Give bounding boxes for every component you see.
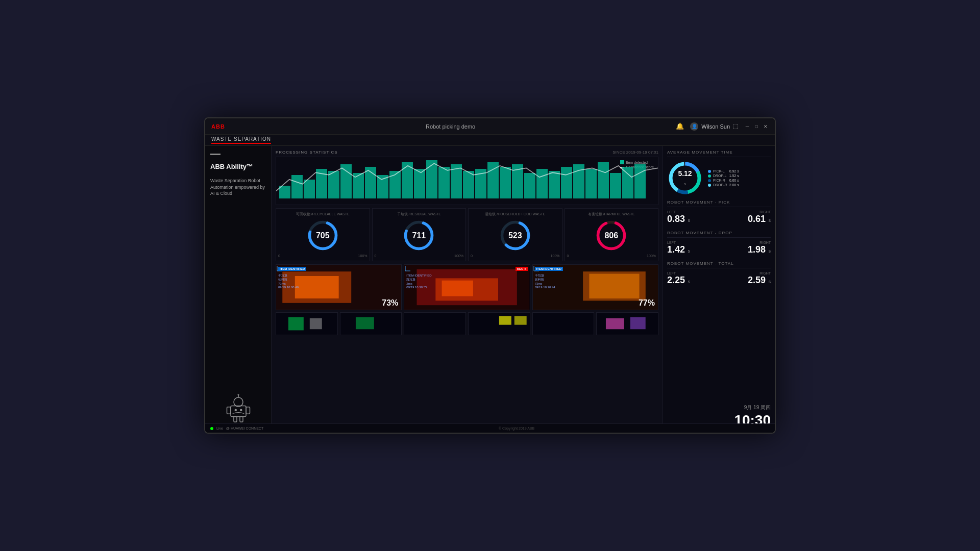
chart-bar (353, 173, 364, 198)
abb-logo: ABB (211, 123, 225, 130)
chart-bar (549, 171, 560, 198)
title-bar-left: ABB (211, 123, 225, 130)
waste-card-harmful: 有害垃圾 /HARMFUL WASTE 806 0100% (565, 208, 659, 261)
svg-rect-36 (514, 316, 527, 324)
avg-movement-content: 5.12 s PICK-L 0.92 s DROP-L (667, 160, 771, 196)
food-title: 湿垃圾 /HOUSEHOLD FOOD WASTE (471, 212, 560, 217)
residual-title: 干垃圾 /RESIDUAL WASTE (375, 212, 464, 217)
total-right-unit: s (769, 279, 771, 284)
sub-nav-bar: WASTE SEPARATION (205, 135, 775, 146)
donut-chart: 5.12 s (667, 160, 703, 196)
thumbnail-5 (532, 312, 595, 335)
recyclable-title: 可回收物 /RECYCLABLE WASTE (278, 212, 368, 217)
camera-info-2: ITEM IDENTIFIED湿垃圾2ms09/19 10:30:55 (406, 274, 431, 290)
event-label: @ HUAWEI CONNECT (226, 427, 263, 430)
drop-r-label: DROP-R (713, 183, 727, 187)
user-avatar-icon: 👤 (690, 122, 698, 131)
total-left-value: 2.25 (667, 275, 685, 285)
camera-badge-2-rec: REC ● (516, 267, 528, 271)
robot-waste-icon (223, 394, 254, 425)
total-left-unit: s (688, 279, 691, 284)
close-button[interactable]: ✕ (763, 123, 769, 130)
app-title: Robot picking demo (426, 123, 475, 130)
logout-icon[interactable]: ⬚ (733, 123, 738, 130)
center-content: PROCESSING STATISTICS SINCE 2019-09-19 0… (272, 146, 663, 433)
robot-total-right: RIGHT 2.59 s (748, 271, 771, 286)
sidebar-accent (210, 154, 220, 155)
live-label: Live (216, 427, 223, 430)
robot-pick-row: LEFT 0.83 s RIGHT 0.61 s (667, 210, 771, 224)
camera-percentage-3: 77% (639, 298, 655, 308)
svg-rect-33 (404, 313, 465, 335)
title-bar-right: 🔔 👤 Wilson Sun ⬚ ─ □ ✕ (676, 122, 769, 131)
drop-r-dot (708, 184, 711, 187)
robot-drop-row: LEFT 1.42 s RIGHT 1.98 s (667, 241, 771, 255)
svg-point-2 (237, 394, 239, 395)
chart-bar (451, 164, 462, 198)
bell-icon[interactable]: 🔔 (676, 122, 684, 130)
harmful-title: 有害垃圾 /HARMFUL WASTE (567, 212, 656, 217)
drop-r-value: 2.08 s (729, 183, 739, 187)
camera-percentage-1: 73% (382, 298, 398, 308)
thumbnail-2 (340, 312, 402, 335)
drop-l-value: 1.52 s (729, 174, 739, 178)
chart-bar (365, 167, 376, 199)
chart-bar (316, 169, 327, 198)
avg-movement-title: AVERAGE MOVEMENT TIME (667, 150, 771, 157)
chart-bar (389, 171, 401, 198)
drop-left-unit: s (688, 248, 691, 254)
chart-bar (340, 164, 352, 198)
robot-drop-section: ROBOT MOVEMENT - DROP LEFT 1.42 s RIGHT … (667, 231, 771, 255)
donut-unit: s (684, 182, 686, 186)
legend-drop-r: DROP-R 2.08 s (708, 183, 739, 187)
sidebar: ABB Ability™ Waste Separation Robot Auto… (205, 146, 272, 433)
svg-rect-40 (630, 317, 646, 330)
thumbnail-6 (596, 312, 658, 335)
svg-point-0 (234, 397, 243, 407)
robot-drop-right: RIGHT 1.98 s (748, 241, 771, 255)
donut-center: 5.12 s (676, 169, 694, 187)
robot-total-title: ROBOT MOVEMENT - TOTAL (667, 261, 771, 268)
camera-feed-2: REC ● ITEM IDENTIFIED湿垃圾2ms09/19 10:30:5… (404, 264, 530, 310)
camera-info-3: 干垃圾饮料瓶73ms09/19 10:30:44 (535, 274, 555, 290)
main-content: ABB Ability™ Waste Separation Robot Auto… (205, 146, 775, 433)
chart-bar (524, 173, 535, 198)
svg-rect-30 (310, 318, 322, 330)
svg-point-9 (240, 409, 242, 412)
waste-card-recyclable: 可回收物 /RECYCLABLE WASTE 705 0100% (276, 208, 370, 261)
pick-r-label: PICK-R (713, 179, 725, 182)
minimize-button[interactable]: ─ (744, 123, 750, 130)
robot-pick-section: ROBOT MOVEMENT - PICK LEFT 0.83 s RIGHT … (667, 200, 771, 224)
nav-waste-separation[interactable]: WASTE SEPARATION (211, 136, 271, 144)
chart-bar (610, 173, 621, 198)
pick-l-value: 0.92 s (729, 169, 739, 173)
chart-bars (279, 160, 655, 198)
thumbnail-strip (276, 312, 658, 335)
chart-bar (622, 167, 633, 199)
chart-bar (512, 164, 523, 198)
recyclable-gauge: 705 (306, 219, 339, 252)
legend-drop-l: DROP-L 1.52 s (708, 174, 739, 178)
chart-bar (304, 180, 315, 199)
pick-l-label: PICK-L (713, 169, 725, 173)
donut-value: 5.12 (678, 169, 692, 178)
chart-bar (487, 162, 499, 198)
chart-bar (598, 162, 609, 198)
pick-left-value: 0.83 (667, 214, 685, 224)
chart-bar (573, 164, 584, 198)
robot-pick-left: LEFT 0.83 s (667, 210, 690, 224)
pick-r-value: 0.60 s (729, 179, 739, 182)
drop-l-dot (708, 174, 711, 178)
chart-bar (328, 171, 339, 198)
waste-card-residual: 干垃圾 /RESIDUAL WASTE 711 0100% (372, 208, 467, 261)
chart-bar (475, 169, 486, 198)
maximize-button[interactable]: □ (753, 123, 760, 130)
residual-value: 711 (412, 231, 426, 240)
food-range: 0100% (471, 254, 560, 258)
pick-right-label: RIGHT (748, 210, 771, 214)
pick-l-dot (708, 170, 711, 173)
chart-bar (438, 167, 450, 199)
thumbnail-1 (276, 312, 338, 335)
footer-copyright: © Copyright 2019 ABB (499, 427, 534, 430)
robot-drop-title: ROBOT MOVEMENT - DROP (667, 231, 771, 238)
